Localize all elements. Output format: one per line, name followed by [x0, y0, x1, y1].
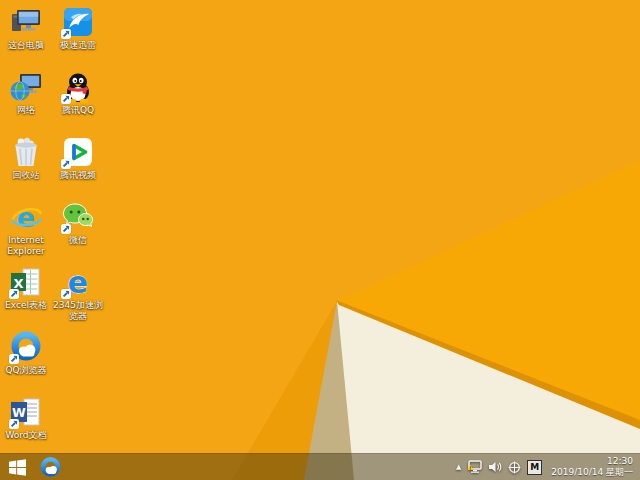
ime-letter: M [530, 462, 539, 472]
qq-browser-icon [0, 330, 54, 364]
desktop-icon-wechat[interactable]: 微信 [50, 200, 106, 246]
desktop-icon-label: 2345加速浏览器 [50, 300, 106, 322]
word-icon: W [0, 395, 54, 429]
desktop-icon-label: 这台电脑 [0, 40, 54, 51]
desktop-icon-word[interactable]: W Word文档 [0, 395, 54, 441]
desktop-icon-label: 腾讯视频 [50, 170, 106, 181]
excel-icon: X [0, 265, 54, 299]
desktop-icon-label: 网络 [0, 105, 54, 116]
network-status-icon[interactable] [467, 460, 482, 474]
desktop-icon-tencent-qq[interactable]: 腾讯QQ [50, 70, 106, 116]
qq-browser-icon [39, 456, 62, 479]
shortcut-arrow-icon [61, 29, 71, 39]
desktop-icon-xunlei[interactable]: 极速迅雷 [50, 5, 106, 51]
shortcut-arrow-icon [9, 289, 19, 299]
qq-penguin-icon [50, 70, 106, 104]
desktop-icon-label: 腾讯QQ [50, 105, 106, 116]
shortcut-arrow-icon [9, 354, 19, 364]
wechat-icon [50, 200, 106, 234]
shortcut-arrow-icon [61, 94, 71, 104]
tencent-video-icon [50, 135, 106, 169]
start-button[interactable] [0, 454, 34, 480]
show-hidden-icons-button[interactable]: ▲ [456, 464, 461, 471]
svg-text:W: W [12, 405, 26, 420]
desktop[interactable]: 这台电脑 极速迅雷 [0, 0, 640, 480]
desktop-icon-this-pc[interactable]: 这台电脑 [0, 5, 54, 51]
desktop-icon-label: Internet Explorer [0, 235, 54, 257]
shortcut-arrow-icon [61, 224, 71, 234]
desktop-icon-label: Excel表格 [0, 300, 54, 311]
desktop-icon-network[interactable]: 网络 [0, 70, 54, 116]
windows-logo-icon [9, 459, 26, 476]
svg-text:e: e [17, 202, 35, 233]
xunlei-icon [50, 5, 106, 39]
2345-browser-icon: e [50, 265, 106, 299]
desktop-icon-recycle-bin[interactable]: 回收站 [0, 135, 54, 181]
desktop-icon-label: Word文档 [0, 430, 54, 441]
shortcut-arrow-icon [61, 289, 71, 299]
desktop-icon-qq-browser[interactable]: QQ浏览器 [0, 330, 54, 376]
desktop-icon-label: QQ浏览器 [0, 365, 54, 376]
desktop-icon-label: 回收站 [0, 170, 54, 181]
desktop-icon-2345-browser[interactable]: e 2345加速浏览器 [50, 265, 106, 322]
shortcut-arrow-icon [9, 419, 19, 429]
internet-explorer-icon: e [0, 200, 54, 234]
desktop-icon-label: 极速迅雷 [50, 40, 106, 51]
desktop-icon-internet-explorer[interactable]: e Internet Explorer [0, 200, 54, 257]
volume-icon[interactable] [488, 461, 502, 473]
taskbar-clock[interactable]: 12:30 2019/10/14 星期一 [551, 456, 633, 478]
network-icon [0, 70, 54, 104]
clock-time: 12:30 [551, 456, 633, 467]
recycle-bin-icon [0, 135, 54, 169]
taskbar[interactable]: ▲ [0, 453, 640, 480]
desktop-icon-label: 微信 [50, 235, 106, 246]
clock-date: 2019/10/14 星期一 [551, 467, 633, 478]
taskbar-qq-browser-button[interactable] [34, 454, 66, 480]
crosshair-icon[interactable] [508, 461, 521, 474]
desktop-icon-excel[interactable]: X Excel表格 [0, 265, 54, 311]
ime-indicator[interactable]: M [527, 460, 542, 475]
system-tray: ▲ [456, 456, 640, 478]
shortcut-arrow-icon [61, 159, 71, 169]
this-pc-icon [0, 5, 54, 39]
desktop-icon-tencent-video[interactable]: 腾讯视频 [50, 135, 106, 181]
